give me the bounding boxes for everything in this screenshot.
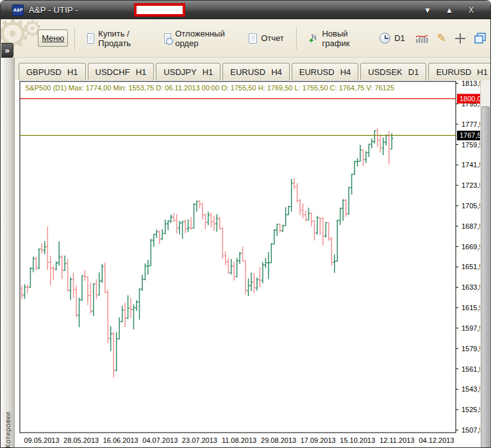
vertical-scrollbar[interactable]: [480, 80, 490, 448]
tab-timeframe: H1: [477, 67, 488, 77]
y-axis-label: 1579,50: [462, 345, 481, 353]
y-axis-label: 1777,50: [462, 120, 481, 128]
tab-symbol: USDSEK: [368, 67, 402, 77]
y-axis-label: 1615,50: [462, 304, 481, 311]
x-axis-label: 04.12.2013: [419, 436, 454, 444]
tab-symbol: EURUSD: [299, 67, 335, 77]
report-button[interactable]: Отчет: [243, 31, 290, 46]
chart-tab-usdjpy-h1[interactable]: USDJPYH1: [156, 63, 221, 80]
chart-info-line: S&P500 (D1) Max: 1774,00 Min: 1553,75 D:…: [25, 84, 394, 92]
tab-symbol: USDJPY: [163, 67, 196, 77]
chart-area[interactable]: 1813,501795,501777,501759,501741,501723,…: [15, 80, 480, 448]
tab-timeframe: D1: [408, 67, 419, 77]
price-chart[interactable]: 1813,501795,501777,501759,501741,501723,…: [15, 80, 481, 448]
tab-timeframe: H1: [136, 67, 147, 77]
maximize-button[interactable]: ▲: [444, 6, 454, 15]
title-bar: A&P A&P - UTIP - ▼ ▲ X: [1, 1, 490, 19]
quotes-dock-strip: Котировки: [1, 58, 15, 448]
x-axis-label: 04.07.2013: [142, 436, 178, 444]
y-axis-label: 1723,50: [462, 181, 481, 189]
chart-tab-eurusd-h1[interactable]: EURUSDH1: [428, 63, 491, 80]
tab-timeframe: H4: [340, 67, 351, 77]
toolbar: ⚙⚙ Меню Купить / Продать Отложенный орде…: [1, 19, 490, 58]
tab-timeframe: H1: [203, 67, 213, 77]
plot-border: [20, 81, 456, 433]
indicators-button[interactable]: [411, 31, 433, 46]
menu-button[interactable]: Меню: [38, 29, 68, 47]
app-window: A&P A&P - UTIP - ▼ ▲ X ⚙⚙ Меню Купить / …: [0, 0, 491, 448]
y-axis-label: 1705,50: [462, 202, 481, 210]
y-axis-label: 1651,50: [462, 263, 481, 270]
close-button[interactable]: X: [466, 6, 476, 15]
scrollbar-thumb[interactable]: [481, 106, 490, 448]
y-axis-label: 1633,50: [462, 283, 481, 291]
x-axis-label: 29.08.2013: [261, 436, 296, 444]
expand-quotes-panel-button[interactable]: »: [1, 43, 13, 58]
tab-symbol: GBPUSD: [26, 67, 62, 77]
crosshair-icon: [455, 33, 465, 44]
buy-sell-button[interactable]: Купить / Продать: [81, 26, 158, 51]
tab-symbol: EURUSD: [436, 67, 471, 77]
y-axis-label: 1741,50: [462, 161, 481, 169]
x-axis-label: 09.05.2013: [24, 436, 59, 444]
y-axis-label: 1507,50: [462, 426, 481, 434]
level-price-label: 1767,50: [460, 131, 481, 139]
x-axis-label: 11.08.2013: [222, 436, 256, 444]
new-chart-button[interactable]: Новый график: [303, 26, 374, 51]
window-controls: ▼ ▲ X: [422, 6, 484, 15]
redacted-account-box: [134, 3, 185, 17]
chart-tab-eurusd-h4[interactable]: EURUSDH4: [292, 63, 359, 80]
y-axis-label: 1525,50: [462, 406, 481, 413]
app-logo-icon: A&P: [12, 4, 24, 16]
tab-symbol: USDCHF: [96, 67, 130, 77]
clock-icon: [379, 33, 390, 44]
indicators-icon: [415, 33, 428, 44]
chart-tab-usdsek-d1[interactable]: USDSEKD1: [360, 63, 426, 80]
y-axis-label: 1813,50: [462, 80, 481, 87]
tab-symbol: EURUSD: [230, 67, 265, 77]
chart-tab-gbpusd-h1[interactable]: GBPUSDH1: [19, 63, 86, 80]
timeframe-button[interactable]: D1: [374, 30, 411, 46]
chart-tab-usdchf-h1[interactable]: USDCHFH1: [88, 63, 154, 80]
pending-order-document-icon: [164, 33, 171, 44]
level-price-label: 1800,00: [460, 95, 481, 103]
y-axis-label: 1687,50: [462, 222, 481, 230]
y-axis-label: 1669,50: [462, 243, 481, 251]
y-axis-label: 1759,50: [462, 141, 481, 149]
cascade-windows-button[interactable]: [470, 30, 490, 46]
x-axis-label: 15.10.2013: [340, 436, 375, 444]
tab-timeframe: H4: [271, 67, 282, 77]
x-axis-label: 28.05.2013: [63, 436, 99, 444]
buy-sell-document-icon: [87, 33, 94, 44]
toolbar-separator: [296, 27, 297, 50]
pending-order-button[interactable]: Отложенный ордер: [158, 26, 243, 51]
window-title: A&P - UTIP -: [29, 5, 78, 15]
workspace: Котировки GBPUSDH1USDCHFH1USDJPYH1EURUSD…: [1, 58, 490, 448]
y-axis-label: 1543,50: [462, 385, 481, 393]
new-chart-icon: [309, 33, 319, 44]
minimize-button[interactable]: ▼: [422, 6, 433, 15]
x-axis-label: 12.11.2013: [379, 436, 414, 444]
y-axis-label: 1597,50: [462, 324, 481, 332]
chart-tab-bar: GBPUSDH1USDCHFH1USDJPYH1EURUSDH4EURUSDH4…: [15, 58, 490, 80]
x-axis-label: 17.09.2013: [301, 436, 336, 444]
toolbar-separator: [74, 27, 75, 50]
draw-button[interactable]: ✎: [433, 30, 451, 46]
chart-tab-eurusd-h4[interactable]: EURUSDH4: [222, 63, 290, 80]
crosshair-button[interactable]: [451, 31, 470, 46]
cascade-windows-icon: [474, 33, 486, 44]
report-document-icon: [249, 33, 257, 44]
x-axis-label: 23.07.2013: [182, 436, 217, 444]
tab-timeframe: H1: [67, 67, 78, 77]
quotes-panel-label[interactable]: Котировки: [4, 223, 12, 448]
pencil-icon: ✎: [437, 33, 446, 44]
y-axis-label: 1561,50: [462, 365, 481, 373]
x-axis-label: 16.06.2013: [103, 436, 138, 444]
